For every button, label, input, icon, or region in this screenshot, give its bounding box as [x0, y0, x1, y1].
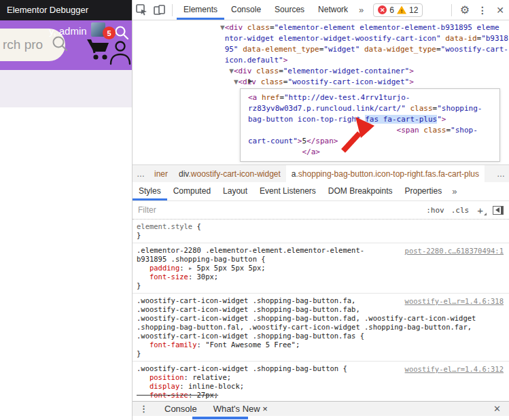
search-icon — [51, 35, 69, 55]
breadcrumb-overflow-left[interactable]: … — [133, 165, 149, 183]
elementor-debug-bar: Elementor Debugger — [0, 0, 132, 20]
account-icon[interactable] — [109, 39, 132, 69]
stylesheet-link[interactable]: post-2280.c…618370494:1 — [405, 247, 504, 256]
styles-filter-row: :hov .cls + — [133, 201, 509, 220]
debug-bar-title: Elementor Debugger — [7, 5, 88, 15]
devtools-panel: Elements Console Sources Network » ✕ 6 !… — [132, 0, 509, 420]
admin-greeting: y, admin — [49, 25, 87, 37]
error-icon: ✕ — [378, 5, 387, 14]
console-drawer: ⋮ Console What's New × ✕ — [133, 401, 509, 420]
more-tabs-icon[interactable]: » — [355, 5, 368, 15]
breadcrumb: … iner div.woostify-cart-icon-widget a.s… — [133, 164, 509, 182]
tab-styles[interactable]: Styles — [133, 182, 167, 200]
rule-woostify-font-family[interactable]: woostify-el…r=1.4.6:318 .woostify-cart-i… — [133, 293, 509, 361]
tab-close-icon[interactable]: × — [262, 404, 268, 414]
browser-page: Elementor Debugger rch pro y, admin 5 — [0, 0, 132, 420]
tab-console[interactable]: Console — [224, 0, 268, 20]
site-subheader — [0, 70, 132, 107]
inspect-element-icon[interactable] — [133, 3, 150, 18]
tab-properties[interactable]: Properties — [399, 182, 449, 200]
styles-filter-input[interactable] — [138, 205, 419, 215]
elements-tree-pane: ▼<div class="elementor-element elementor… — [133, 20, 509, 164]
collapsed-caret-icon[interactable]: ▶ — [248, 77, 253, 84]
stylesheet-link[interactable]: woostify-el…r=1.4.6:312 — [405, 365, 504, 374]
new-style-rule-button[interactable]: + — [477, 205, 483, 216]
active-drawer-tab-underline — [192, 417, 248, 419]
toggle-sidebar-icon[interactable] — [493, 206, 504, 215]
breadcrumb-shopping-bag-button[interactable]: a.shopping-bag-button.icon-top-right.fas… — [286, 165, 485, 183]
kebab-menu-icon[interactable]: ⋮ — [474, 3, 491, 18]
rule-woostify-shopping-bag[interactable]: woostify-el…r=1.4.6:312 .woostify-cart-i… — [133, 361, 509, 401]
stylesheet-link[interactable]: woostify-el…r=1.4.6:318 — [405, 297, 504, 306]
tab-sources[interactable]: Sources — [268, 0, 311, 20]
rule-elementor-2280[interactable]: post-2280.c…618370494:1 .elementor-2280 … — [133, 243, 509, 293]
drawer-tab-console[interactable]: Console — [156, 404, 205, 414]
devtools-toolbar: Elements Console Sources Network » ✕ 6 !… — [133, 0, 509, 20]
breadcrumb-overflow-right[interactable]: … — [493, 165, 509, 183]
error-count: 6 — [389, 5, 394, 15]
breadcrumb-cart-widget[interactable]: div.woostify-cart-icon-widget — [173, 165, 286, 183]
tab-event-listeners[interactable]: Event Listeners — [253, 182, 322, 200]
toolbar-separator — [172, 4, 173, 16]
rule-element-style[interactable]: element.style {} — [133, 220, 509, 243]
tab-computed[interactable]: Computed — [167, 182, 217, 200]
issues-badge[interactable]: ✕ 6 ! 12 — [373, 3, 423, 17]
tab-network[interactable]: Network — [311, 0, 355, 20]
tab-dom-breakpoints[interactable]: DOM Breakpoints — [322, 182, 399, 200]
styles-pane: element.style {} post-2280.c…618370494:1… — [133, 220, 509, 401]
toggle-classes-button[interactable]: .cls — [451, 206, 470, 215]
tab-layout[interactable]: Layout — [217, 182, 253, 200]
drawer-tab-whats-new[interactable]: What's New × — [205, 404, 276, 414]
more-sidebar-tabs-icon[interactable]: » — [448, 186, 461, 196]
cart-count-badge: 5 — [103, 27, 116, 39]
drawer-tab-bar: ⋮ Console What's New × ✕ — [133, 401, 509, 416]
device-toolbar-icon[interactable] — [150, 3, 168, 18]
settings-gear-icon[interactable]: ⚙ — [456, 3, 474, 18]
site-header: rch pro y, admin 5 — [0, 20, 132, 70]
styles-sidebar-tabs: Styles Computed Layout Event Listeners D… — [133, 182, 509, 201]
screenshot-root: Elementor Debugger rch pro y, admin 5 — [0, 0, 509, 420]
tab-elements[interactable]: Elements — [177, 0, 224, 20]
toggle-hover-state-button[interactable]: :hov — [426, 206, 444, 215]
breadcrumb-container[interactable]: iner — [149, 165, 173, 183]
warning-count: 12 — [409, 5, 418, 15]
drawer-menu-icon[interactable]: ⋮ — [133, 404, 156, 414]
dom-tree[interactable]: ▼<div class="elementor-element elementor… — [220, 22, 508, 88]
toolbar-separator — [451, 4, 452, 16]
drawer-close-icon[interactable]: ✕ — [493, 404, 509, 414]
site-search-text: rch pro — [3, 37, 43, 52]
red-arrow-annotation — [336, 116, 379, 157]
warning-icon: ! — [397, 6, 406, 14]
devtools-close-icon[interactable]: ✕ — [491, 3, 509, 18]
